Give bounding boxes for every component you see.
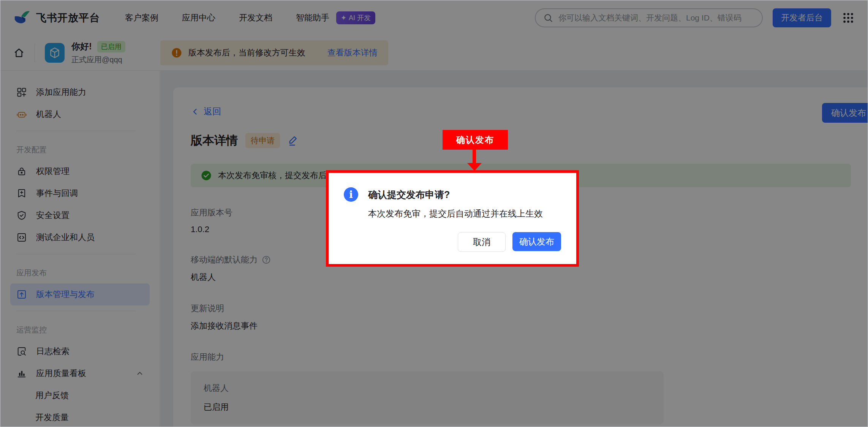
annotation-arrow-stem [473, 150, 476, 163]
confirm-publish-dialog: i 确认提交发布申请? 本次发布免审，提交后自动通过并在线上生效 取消 确认发布 [329, 173, 576, 264]
confirm-publish-button[interactable]: 确认发布 [512, 232, 561, 251]
dialog-actions: 取消 确认发布 [458, 232, 561, 252]
annotation-highlight-frame: i 确认提交发布申请? 本次发布免审，提交后自动通过并在线上生效 取消 确认发布 [326, 170, 579, 267]
feishu-open-platform-page: 飞书开放平台 客户案例 应用中心 开发文档 智能助手 ✦AI 开发 开发者后台 [0, 0, 868, 427]
annotation-label: 确认发布 [443, 130, 508, 150]
annotation-arrow-head [467, 163, 482, 171]
dialog-header: i 确认提交发布申请? [344, 187, 561, 202]
dialog-body-text: 本次发布免审，提交后自动通过并在线上生效 [368, 208, 561, 220]
dialog-title: 确认提交发布申请? [368, 187, 450, 202]
info-icon: i [344, 187, 358, 202]
cancel-button[interactable]: 取消 [458, 232, 506, 252]
